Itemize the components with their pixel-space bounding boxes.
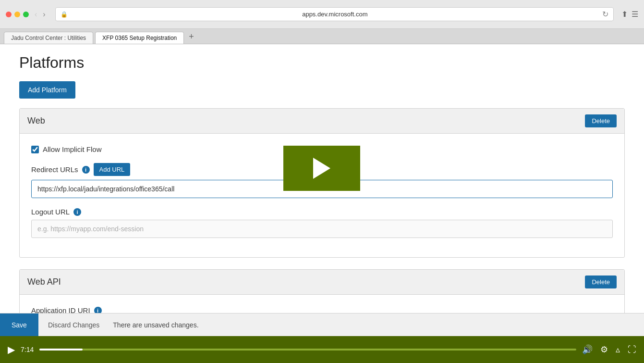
tab-xfp-setup[interactable]: XFP 0365 Setup Registration [95,32,184,44]
traffic-lights [6,12,29,17]
logout-url-label: Logout URL [31,208,70,216]
bottom-action-bar: Save Discard Changes There are unsaved c… [0,313,644,336]
video-play-button[interactable]: ▶ [8,344,15,355]
nav-buttons: ‹ › [33,9,48,20]
unsaved-changes-message: There are unsaved changes. [113,321,198,329]
video-play-overlay[interactable] [283,146,360,191]
web-api-platform-header: Web API Delete [20,270,624,295]
play-icon [313,158,330,179]
app-id-uri-label: Application ID URI [31,306,90,313]
browser-actions: ⬆ ☰ [621,10,638,19]
allow-implicit-flow-checkbox[interactable] [31,146,39,153]
lock-icon: 🔒 [61,11,68,18]
web-platform-header: Web Delete [20,109,624,134]
app-id-uri-label-row: Application ID URI i [31,306,613,313]
forward-button[interactable]: › [41,9,47,20]
web-api-platform-title: Web API [27,277,61,287]
close-window-button[interactable] [6,12,12,17]
app-id-uri-info-icon: i [94,307,102,313]
browser-chrome: ‹ › 🔒 apps.dev.microsoft.com ↻ ⬆ ☰ [0,0,644,29]
app-id-uri-row: Application ID URI i [31,306,613,313]
logout-url-label-row: Logout URL i [31,208,613,216]
video-settings-button[interactable]: ⚙ [600,344,608,355]
discard-changes-button[interactable]: Discard Changes [38,321,109,329]
redirect-urls-info-icon: i [82,166,90,174]
video-progress-fill [39,349,82,350]
share-button[interactable]: ⬆ [621,10,628,19]
web-api-platform-delete-button[interactable]: Delete [585,275,617,288]
video-fullscreen-button[interactable]: ⛶ [628,345,636,355]
maximize-window-button[interactable] [23,12,29,17]
video-airplay-button[interactable]: ▵ [616,344,620,355]
sidebar-button[interactable]: ☰ [632,10,638,19]
video-time: 7:14 [21,346,34,353]
logout-url-info-icon: i [73,208,81,216]
logout-url-row: Logout URL i [31,208,613,238]
address-bar[interactable]: 🔒 apps.dev.microsoft.com ↻ [55,7,614,21]
video-volume-button[interactable]: 🔊 [582,344,593,355]
back-button[interactable]: ‹ [33,9,39,20]
minimize-window-button[interactable] [14,12,20,17]
allow-implicit-flow-label: Allow Implicit Flow [43,145,102,153]
video-progress-bar[interactable] [39,349,576,350]
save-button[interactable]: Save [0,313,38,336]
web-api-platform-section: Web API Delete Application ID URI i [19,269,625,313]
video-controls-right: 🔊 ⚙ ▵ ⛶ [582,344,636,355]
web-platform-title: Web [27,116,45,126]
reload-button[interactable]: ↻ [602,10,608,19]
url-text: apps.dev.microsoft.com [71,11,599,18]
logout-url-input[interactable] [31,220,613,238]
video-player-bar: ▶ 7:14 🔊 ⚙ ▵ ⛶ [0,336,644,363]
new-tab-button[interactable]: + [186,32,197,42]
add-url-button[interactable]: Add URL [94,163,131,176]
redirect-urls-label: Redirect URLs [31,165,78,174]
tab-utilities[interactable]: Jadu Control Center : Utilities [4,32,93,44]
tab-bar: Jadu Control Center : Utilities XFP 0365… [0,29,644,44]
web-api-platform-body: Application ID URI i [20,295,624,313]
page-title: Platforms [19,54,625,72]
web-platform-delete-button[interactable]: Delete [585,114,617,127]
add-platform-button[interactable]: Add Platform [19,81,75,99]
